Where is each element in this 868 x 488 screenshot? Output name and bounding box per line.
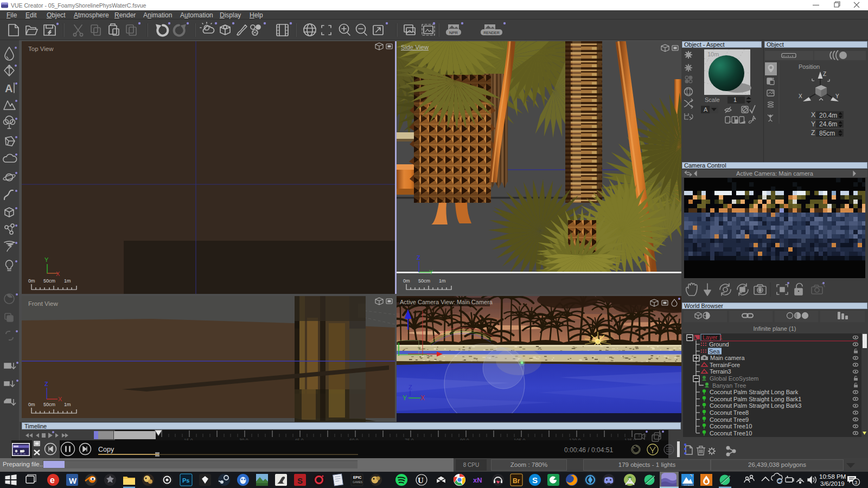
svg-text:S: S bbox=[297, 476, 303, 485]
svg-text:Coconut Palm Straight Long Bar: Coconut Palm Straight Long Bark bbox=[710, 389, 799, 395]
svg-text:1m: 1m bbox=[439, 278, 446, 284]
svg-text:0m: 0m bbox=[28, 402, 35, 407]
svg-text:X: X bbox=[811, 111, 815, 119]
svg-text:Br: Br bbox=[513, 477, 520, 485]
svg-text:Y: Y bbox=[44, 256, 49, 263]
svg-text:Side View: Side View bbox=[401, 44, 429, 50]
svg-text:85cm: 85cm bbox=[819, 130, 835, 137]
svg-text:Scale: Scale bbox=[705, 97, 720, 103]
svg-text:Coconut Tree9: Coconut Tree9 bbox=[710, 416, 749, 423]
svg-text:Position: Position bbox=[799, 63, 820, 70]
svg-text:3/6/2019: 3/6/2019 bbox=[820, 480, 845, 487]
svg-text:Coconut Palm Straight Long Bar: Coconut Palm Straight Long Bark3 bbox=[710, 402, 801, 409]
svg-text:Coconut Tree10: Coconut Tree10 bbox=[710, 423, 752, 429]
svg-text:1m: 1m bbox=[64, 402, 71, 407]
svg-text:50cm: 50cm bbox=[43, 278, 55, 284]
svg-text:A: A bbox=[5, 82, 12, 94]
svg-text:50cm: 50cm bbox=[418, 278, 430, 284]
svg-text:Terrain3: Terrain3 bbox=[710, 368, 731, 375]
svg-text:1: 1 bbox=[733, 97, 737, 103]
svg-text:X: X bbox=[58, 396, 62, 402]
svg-text:NPR: NPR bbox=[449, 30, 458, 35]
svg-text:S: S bbox=[532, 476, 538, 485]
svg-text:10m: 10m bbox=[707, 51, 719, 57]
svg-text:Active Camera View: Main Camer: Active Camera View: Main Camera bbox=[400, 299, 493, 305]
svg-text:xN: xN bbox=[473, 476, 482, 484]
svg-text:Z: Z bbox=[811, 129, 815, 137]
svg-text:Ps: Ps bbox=[182, 477, 189, 484]
svg-text:Z: Z bbox=[823, 71, 826, 77]
svg-text:Coconut Tree8: Coconut Tree8 bbox=[710, 409, 749, 416]
svg-text:Banyan Tree: Banyan Tree bbox=[712, 382, 746, 389]
svg-text:0m: 0m bbox=[403, 278, 410, 284]
svg-text:Main camera: Main camera bbox=[710, 355, 745, 361]
svg-text:TERRAGEN: TERRAGEN bbox=[683, 484, 694, 486]
svg-text:Z: Z bbox=[417, 254, 420, 261]
svg-text:24.6m: 24.6m bbox=[819, 120, 837, 128]
svg-text:Y: Y bbox=[811, 120, 815, 128]
svg-text:Y: Y bbox=[835, 93, 839, 99]
svg-text:TerrainFore: TerrainFore bbox=[710, 362, 740, 368]
svg-text:U: U bbox=[418, 476, 424, 485]
svg-text:EPIC: EPIC bbox=[353, 476, 361, 479]
svg-text:Y: Y bbox=[403, 394, 407, 402]
svg-text:Copy: Copy bbox=[98, 446, 114, 453]
svg-text:e: e bbox=[50, 476, 55, 485]
svg-text:20.4m: 20.4m bbox=[819, 112, 837, 119]
svg-text:Top View: Top View bbox=[28, 46, 54, 52]
svg-text:1m: 1m bbox=[64, 278, 71, 284]
svg-text:X: X bbox=[56, 271, 60, 277]
svg-text:Y: Y bbox=[429, 269, 433, 275]
svg-text:50cm: 50cm bbox=[43, 402, 55, 407]
svg-text:Z: Z bbox=[409, 384, 412, 390]
svg-text:W: W bbox=[69, 476, 77, 485]
svg-text:GAMES: GAMES bbox=[353, 480, 363, 484]
svg-text:X: X bbox=[420, 394, 425, 402]
svg-text:Front View: Front View bbox=[28, 300, 58, 307]
svg-text:A: A bbox=[704, 106, 708, 113]
svg-text:Z: Z bbox=[44, 381, 48, 387]
svg-text:Global EcoSystem: Global EcoSystem bbox=[710, 375, 758, 382]
svg-text:Layer 1: Layer 1 bbox=[703, 334, 723, 341]
svg-text:Sea: Sea bbox=[709, 348, 720, 355]
svg-text:10:58 PM: 10:58 PM bbox=[819, 473, 846, 480]
svg-text:Coconut Palm Straight Long Bar: Coconut Palm Straight Long Bark1 bbox=[710, 396, 801, 402]
svg-text:Coconut Tree10: Coconut Tree10 bbox=[710, 430, 752, 436]
svg-text:0m: 0m bbox=[28, 278, 35, 284]
svg-text:3: 3 bbox=[854, 479, 857, 485]
svg-text:RENDER: RENDER bbox=[483, 31, 500, 35]
svg-text:Ground: Ground bbox=[709, 341, 729, 348]
svg-text:X: X bbox=[799, 93, 802, 99]
